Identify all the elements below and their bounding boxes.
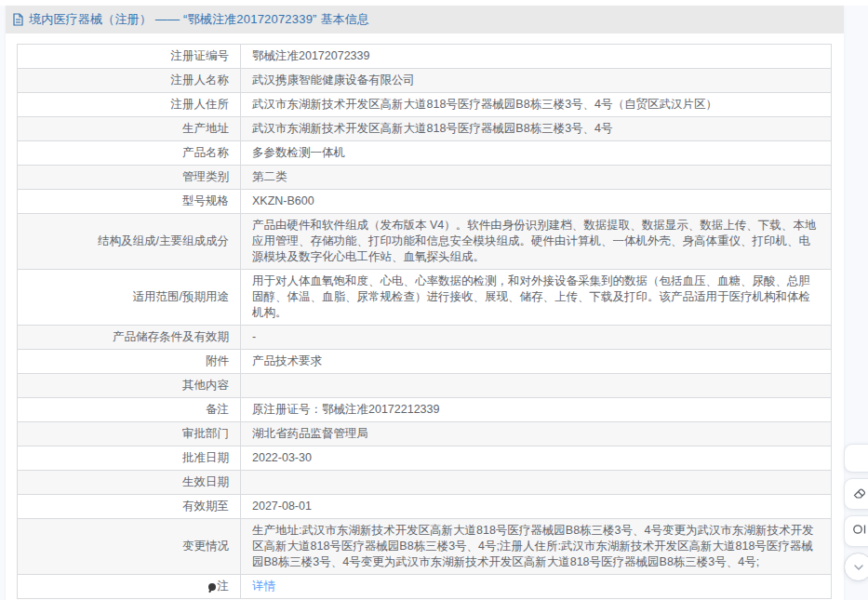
row-label-text: 适用范围/预期用途 xyxy=(133,290,229,303)
row-value-text: 武汉市东湖新技术开发区高新大道818号医疗器械园B8栋三楼3号、4号 xyxy=(252,122,613,135)
row-label-text: 审批部门 xyxy=(182,427,229,440)
floating-toolbar xyxy=(844,444,868,581)
row-label-text: 批准日期 xyxy=(182,451,229,464)
row-value: 产品技术要求 xyxy=(241,350,832,374)
table-row: 产品储存条件及有效期- xyxy=(18,326,832,350)
row-label: 备注 xyxy=(18,398,241,422)
row-value: 产品由硬件和软件组成（发布版本 V4）。软件由身份识别建档、数据提取、数据显示、… xyxy=(241,214,832,270)
row-value-text: 武汉市东湖新技术开发区高新大道818号医疗器械园B8栋三楼3号、4号（自贸区武汉… xyxy=(252,98,717,111)
row-value: XKZN-B600 xyxy=(241,190,832,214)
row-label: 产品名称 xyxy=(18,141,241,166)
row-label: 注册证编号 xyxy=(18,45,241,69)
row-value: 2022-03-30 xyxy=(241,447,832,471)
row-value: 生产地址:武汉市东湖新技术开发区高新大道818号医疗器械园B8栋三楼3号、4号变… xyxy=(241,519,832,575)
row-value-text: 2022-03-30 xyxy=(252,451,312,464)
chevron-down-icon xyxy=(852,559,865,576)
row-value: 详情 xyxy=(241,575,832,599)
row-label-text: 注册人住所 xyxy=(171,98,230,111)
row-label: 适用范围/预期用途 xyxy=(18,270,241,326)
row-label-text: 管理类别 xyxy=(182,170,229,183)
circle-bar-icon xyxy=(852,522,868,540)
row-label-text: 变更情况 xyxy=(182,540,229,553)
row-value-text: 用于对人体血氧饱和度、心电、心率数据的检测，和对外接设备采集到的数据（包括血压、… xyxy=(252,274,810,319)
row-label: 注册人名称 xyxy=(18,69,241,93)
document-icon xyxy=(12,13,24,26)
table-row: 备注原注册证号：鄂械注准20172212339 xyxy=(18,398,832,422)
row-value: - xyxy=(241,326,832,350)
row-value: 第二类 xyxy=(241,166,832,190)
row-value-text: 原注册证号：鄂械注准20172212339 xyxy=(252,403,439,416)
page: 境内医疗器械（注册） —— “鄂械注准20172072339” 基本信息 注册证… xyxy=(0,0,868,600)
table-row: 注册证编号鄂械注准20172072339 xyxy=(18,45,832,69)
table-row: 管理类别第二类 xyxy=(18,166,832,190)
toolbar-button-circle[interactable] xyxy=(844,515,868,547)
header-bar: 境内医疗器械（注册） —— “鄂械注准20172072339” 基本信息 xyxy=(6,6,844,33)
bulb-icon xyxy=(208,583,216,591)
row-label-text: 其他内容 xyxy=(182,379,229,392)
table-row: 注册人名称武汉携康智能健康设备有限公司 xyxy=(18,69,832,93)
row-label-text: 注册人名称 xyxy=(171,73,230,87)
row-value-text: 武汉携康智能健康设备有限公司 xyxy=(252,73,415,87)
row-value-text: 湖北省药品监督管理局 xyxy=(252,427,368,440)
row-value: 湖北省药品监督管理局 xyxy=(241,422,832,447)
row-label-text: 有效期至 xyxy=(182,500,229,513)
row-label-text: 结构及组成/主要组成成分 xyxy=(98,234,229,247)
toolbar-collapse-button[interactable] xyxy=(844,553,868,581)
row-value-text: 鄂械注准20172072339 xyxy=(252,49,369,62)
toolbar-button-blank[interactable] xyxy=(844,444,868,473)
row-label-text: 产品储存条件及有效期 xyxy=(113,330,229,343)
table-row: 有效期至2027-08-01 xyxy=(18,495,832,519)
table-row: 产品名称多参数检测一体机 xyxy=(18,141,832,166)
row-label: 生产地址 xyxy=(18,117,241,141)
row-value: 用于对人体血氧饱和度、心电、心率数据的检测，和对外接设备采集到的数据（包括血压、… xyxy=(241,270,832,326)
table-row: 变更情况生产地址:武汉市东湖新技术开发区高新大道818号医疗器械园B8栋三楼3号… xyxy=(18,519,832,575)
table-row: 注册人住所武汉市东湖新技术开发区高新大道818号医疗器械园B8栋三楼3号、4号（… xyxy=(18,93,832,117)
row-value: 武汉携康智能健康设备有限公司 xyxy=(241,69,832,93)
table-row: 型号规格XKZN-B600 xyxy=(18,190,832,214)
row-label-text: 备注 xyxy=(206,403,229,416)
row-label: 管理类别 xyxy=(18,166,241,190)
content: 注册证编号鄂械注准20172072339注册人名称武汉携康智能健康设备有限公司注… xyxy=(6,33,844,600)
row-value-text: 第二类 xyxy=(252,170,287,183)
row-value xyxy=(241,374,832,398)
row-value-text: 2027-08-01 xyxy=(252,500,312,513)
row-label: 其他内容 xyxy=(18,374,241,398)
row-label: 附件 xyxy=(18,350,241,374)
row-label: 产品储存条件及有效期 xyxy=(18,326,241,350)
row-label: 变更情况 xyxy=(18,519,241,575)
row-value: 2027-08-01 xyxy=(241,495,832,519)
row-label: 审批部门 xyxy=(18,422,241,447)
row-label: 型号规格 xyxy=(18,190,241,214)
detail-link[interactable]: 详情 xyxy=(252,580,275,593)
table-row: 适用范围/预期用途用于对人体血氧饱和度、心电、心率数据的检测，和对外接设备采集到… xyxy=(18,270,832,326)
row-label: 结构及组成/主要组成成分 xyxy=(18,214,241,270)
toolbar-button-eraser[interactable] xyxy=(844,478,868,510)
table-row: 生效日期 xyxy=(18,471,832,495)
row-value: 武汉市东湖新技术开发区高新大道818号医疗器械园B8栋三楼3号、4号 xyxy=(241,117,832,141)
row-value-text: 多参数检测一体机 xyxy=(252,146,345,159)
row-label-text: 产品名称 xyxy=(182,146,229,159)
row-value: 多参数检测一体机 xyxy=(241,141,832,166)
table-row: 批准日期2022-03-30 xyxy=(18,447,832,471)
eraser-icon xyxy=(852,485,868,503)
page-title: 境内医疗器械（注册） —— “鄂械注准20172072339” 基本信息 xyxy=(29,11,369,28)
row-value: 武汉市东湖新技术开发区高新大道818号医疗器械园B8栋三楼3号、4号（自贸区武汉… xyxy=(241,93,832,117)
info-table-body: 注册证编号鄂械注准20172072339注册人名称武汉携康智能健康设备有限公司注… xyxy=(18,45,832,599)
row-label-text: 注 xyxy=(218,580,230,593)
main-panel: 境内医疗器械（注册） —— “鄂械注准20172072339” 基本信息 注册证… xyxy=(6,6,844,600)
row-value xyxy=(241,471,832,495)
row-label-text: 附件 xyxy=(206,354,229,367)
row-label-text: 型号规格 xyxy=(182,194,229,207)
row-label-text: 生效日期 xyxy=(182,475,229,488)
row-label: 注册人住所 xyxy=(18,93,241,117)
table-row: 审批部门湖北省药品监督管理局 xyxy=(18,422,832,447)
table-row: 结构及组成/主要组成成分产品由硬件和软件组成（发布版本 V4）。软件由身份识别建… xyxy=(18,214,832,270)
row-label-text: 注册证编号 xyxy=(171,49,230,62)
table-row: 注详情 xyxy=(18,575,832,599)
row-value: 原注册证号：鄂械注准20172212339 xyxy=(241,398,832,422)
row-label: 生效日期 xyxy=(18,471,241,495)
row-value-text: 产品技术要求 xyxy=(252,354,322,367)
row-value-text: XKZN-B600 xyxy=(252,194,314,207)
row-label-text: 生产地址 xyxy=(182,122,229,135)
row-label: 有效期至 xyxy=(18,495,241,519)
